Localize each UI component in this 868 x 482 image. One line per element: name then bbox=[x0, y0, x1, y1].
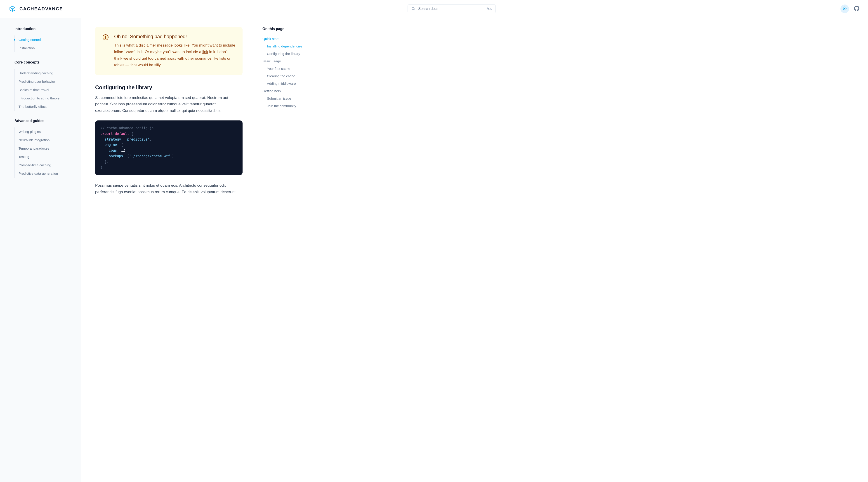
search-shortcut: ⌘K bbox=[487, 7, 492, 11]
github-icon bbox=[854, 5, 860, 11]
warning-icon bbox=[102, 34, 109, 40]
code-punct: : bbox=[117, 149, 121, 153]
search-wrap: Search docs ⌘K bbox=[63, 4, 840, 13]
warning-callout: Oh no! Something bad happened! This is w… bbox=[95, 27, 243, 75]
svg-point-0 bbox=[412, 7, 414, 10]
callout-link[interactable]: link bbox=[202, 50, 208, 54]
code-punct: { bbox=[129, 132, 133, 136]
brand-text: CACHEADVANCE bbox=[20, 6, 63, 11]
toc-item-your-first-cache[interactable]: Your first cache bbox=[262, 65, 318, 72]
code-block: // cache-advance.config.js export defaul… bbox=[95, 121, 243, 175]
sidebar-item-understanding-caching[interactable]: Understanding caching bbox=[15, 69, 76, 77]
toc-item-submit-an-issue[interactable]: Submit an issue bbox=[262, 95, 318, 102]
code-punct: , bbox=[150, 137, 152, 141]
sidebar: Introduction Getting started Installatio… bbox=[0, 18, 81, 482]
nav-section-title: Advanced guides bbox=[14, 119, 76, 123]
sidebar-item-compile-time-caching[interactable]: Compile-time caching bbox=[15, 161, 76, 169]
toc-item-getting-help[interactable]: Getting help bbox=[262, 87, 318, 95]
sidebar-item-temporal-paradoxes[interactable]: Temporal paradoxes bbox=[15, 144, 76, 153]
github-link[interactable] bbox=[854, 5, 860, 12]
logo-icon bbox=[8, 4, 17, 13]
svg-rect-3 bbox=[105, 36, 106, 38]
code-keyword: export bbox=[101, 132, 113, 136]
toc-item-join-the-community[interactable]: Join the community bbox=[262, 102, 318, 109]
sidebar-item-neuralink-integration[interactable]: Neuralink integration bbox=[15, 136, 76, 144]
callout-title: Oh no! Something bad happened! bbox=[114, 34, 235, 39]
paragraph: Sit commodi iste iure molestias qui amet… bbox=[95, 95, 243, 114]
toc-item-clearing-the-cache[interactable]: Clearing the cache bbox=[262, 72, 318, 80]
nav-section-advanced-guides: Advanced guides Writing plugins Neuralin… bbox=[14, 119, 76, 178]
table-of-contents: On this page Quick start Installing depe… bbox=[257, 18, 323, 482]
brand[interactable]: CACHEADVANCE bbox=[8, 4, 63, 13]
code-punct: , bbox=[125, 149, 127, 153]
code-punct: : bbox=[121, 137, 125, 141]
callout-text: This is what a disclaimer message looks … bbox=[114, 42, 235, 68]
code-property: cpus bbox=[101, 149, 117, 153]
layout: Introduction Getting started Installatio… bbox=[0, 18, 868, 482]
sidebar-item-writing-plugins[interactable]: Writing plugins bbox=[15, 127, 76, 136]
search-input[interactable]: Search docs ⌘K bbox=[408, 4, 496, 13]
toc-item-quick-start[interactable]: Quick start bbox=[262, 35, 318, 42]
code-punct: : bbox=[123, 154, 127, 158]
sun-icon bbox=[843, 6, 847, 11]
main-content: Oh no! Something bad happened! This is w… bbox=[81, 18, 257, 482]
header: CACHEADVANCE Search docs ⌘K bbox=[0, 0, 868, 18]
code-punct: , bbox=[174, 154, 176, 158]
nav-section-title: Core concepts bbox=[14, 60, 76, 64]
toc-title: On this page bbox=[262, 27, 318, 31]
code-punct: } bbox=[101, 165, 103, 169]
callout-text-segment: in it. Or maybe you'll want to include a bbox=[135, 50, 202, 54]
theme-toggle-button[interactable] bbox=[840, 4, 849, 13]
toc-item-basic-usage[interactable]: Basic usage bbox=[262, 57, 318, 65]
nav-section-title: Introduction bbox=[14, 27, 76, 31]
code-punct: , bbox=[107, 160, 109, 164]
search-placeholder: Search docs bbox=[418, 7, 484, 11]
code-comment: // cache-advance.config.js bbox=[101, 126, 154, 130]
code-punct: } bbox=[101, 160, 107, 164]
code-punct: : bbox=[117, 143, 121, 147]
header-actions bbox=[840, 4, 860, 13]
svg-point-4 bbox=[105, 38, 106, 39]
sidebar-item-introduction-to-string-theory[interactable]: Introduction to string theory bbox=[15, 94, 76, 102]
sidebar-item-installation[interactable]: Installation bbox=[15, 44, 76, 52]
code-number: 12 bbox=[121, 149, 125, 153]
code-property: engine bbox=[101, 143, 117, 147]
code-punct: { bbox=[121, 143, 123, 147]
toc-item-installing-dependencies[interactable]: Installing dependencies bbox=[262, 42, 318, 50]
nav-section-introduction: Introduction Getting started Installatio… bbox=[14, 27, 76, 52]
inline-code: `code` bbox=[124, 50, 135, 54]
callout-body: Oh no! Something bad happened! This is w… bbox=[114, 34, 235, 68]
code-property: strategy bbox=[101, 137, 121, 141]
search-icon bbox=[411, 7, 415, 11]
svg-point-1 bbox=[844, 8, 845, 9]
toc-list: Quick start Installing dependencies Conf… bbox=[262, 35, 318, 109]
sidebar-item-testing[interactable]: Testing bbox=[15, 153, 76, 161]
code-keyword: default bbox=[115, 132, 129, 136]
sidebar-item-predictive-data-generation[interactable]: Predictive data generation bbox=[15, 169, 76, 178]
sidebar-item-the-butterfly-effect[interactable]: The butterfly effect bbox=[15, 102, 76, 111]
sidebar-item-predicting-user-behavior[interactable]: Predicting user behavior bbox=[15, 77, 76, 86]
paragraph: Possimus saepe veritatis sint nobis et q… bbox=[95, 182, 243, 195]
nav-section-core-concepts: Core concepts Understanding caching Pred… bbox=[14, 60, 76, 111]
code-string: './storage/cache.wtf' bbox=[129, 154, 172, 158]
sidebar-item-basics-of-time-travel[interactable]: Basics of time-travel bbox=[15, 86, 76, 94]
code-string: 'predictive' bbox=[125, 137, 149, 141]
code-punct: ] bbox=[172, 154, 174, 158]
sidebar-item-getting-started[interactable]: Getting started bbox=[15, 35, 76, 44]
toc-item-adding-middleware[interactable]: Adding middleware bbox=[262, 80, 318, 87]
section-heading-configuring: Configuring the library bbox=[95, 84, 243, 91]
code-property: backups bbox=[101, 154, 123, 158]
toc-item-configuring-the-library[interactable]: Configuring the library bbox=[262, 50, 318, 57]
